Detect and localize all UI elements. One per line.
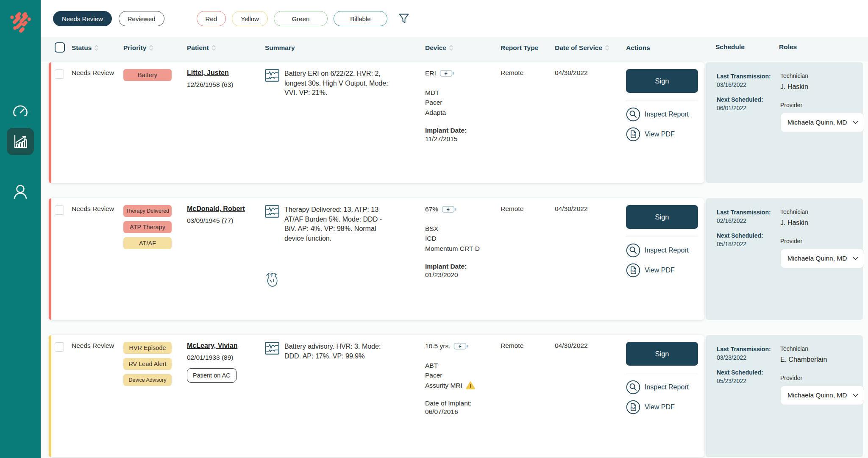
column-header-patient[interactable]: Patient — [187, 43, 265, 53]
next-scheduled-date: 05/18/2022 — [717, 240, 780, 248]
sidebar-item-dashboard[interactable] — [7, 97, 34, 125]
view-pdf-button[interactable]: PDF View PDF — [626, 127, 703, 142]
report-card: Needs Review Therapy DeliveredATP Therap… — [49, 198, 704, 320]
device-line: Momentum CRT-D — [425, 244, 501, 253]
sign-button[interactable]: Sign — [626, 342, 698, 366]
patient-name-link[interactable]: Littel, Justen — [187, 69, 229, 76]
report-type: Remote — [501, 342, 555, 457]
provider-label: Provider — [780, 102, 864, 108]
svg-text:!: ! — [470, 383, 471, 389]
column-header-roles: Roles — [779, 43, 797, 51]
provider-select[interactable]: Michaela Quinn, MD — [780, 386, 864, 405]
priority-badge: HVR Episode — [123, 342, 172, 354]
sort-icon[interactable] — [605, 44, 609, 52]
column-header-report-type: Report Type — [501, 43, 555, 53]
device-lines: ABTPacerAssurity MRI! — [425, 361, 501, 390]
row-checkbox[interactable] — [55, 342, 64, 352]
column-header-summary: Summary — [265, 43, 425, 53]
chevron-down-icon — [853, 257, 858, 261]
priority-badge: Therapy Delivered — [123, 205, 172, 217]
chevron-down-icon — [853, 121, 858, 125]
last-transmission-date: 03/23/2022 — [717, 353, 780, 362]
inspect-icon — [626, 380, 640, 394]
sidebar — [0, 0, 41, 458]
patient-name-link[interactable]: McLeary, Vivian — [187, 342, 237, 349]
analytics-icon — [11, 133, 29, 150]
filter-pill-yellow[interactable]: Yellow — [232, 11, 268, 26]
row-checkbox[interactable] — [55, 205, 64, 215]
implant-date-value: 01/23/2020 — [425, 271, 501, 279]
svg-text:PDF: PDF — [631, 133, 636, 136]
column-header-device[interactable]: Device — [425, 43, 501, 53]
date-of-service: 04/30/2022 — [555, 342, 626, 457]
last-transmission-label: Last Transmission: — [717, 72, 780, 80]
inspect-report-button[interactable]: Inspect Report — [626, 107, 703, 122]
priority-badge: Battery — [123, 69, 172, 81]
patient-dob: 02/01/1933 (89) — [187, 354, 265, 361]
filter-pill-red[interactable]: Red — [197, 11, 226, 26]
table-header: StatusPriorityPatientSummaryDeviceReport… — [41, 37, 868, 61]
view-pdf-button[interactable]: PDF View PDF — [626, 400, 703, 414]
view-pdf-label: View PDF — [645, 266, 675, 274]
provider-select[interactable]: Michaela Quinn, MD — [780, 113, 864, 132]
app-logo-icon[interactable] — [8, 8, 33, 34]
sign-button[interactable]: Sign — [626, 69, 698, 93]
inspect-report-button[interactable]: Inspect Report — [626, 243, 703, 258]
report-type: Remote — [501, 69, 555, 183]
table-row: Needs Review Therapy DeliveredATP Therap… — [49, 198, 868, 320]
pdf-icon: PDF — [626, 400, 640, 414]
device-line: ICD — [425, 233, 501, 243]
patient-note-badge[interactable]: Patient on AC — [187, 368, 236, 383]
sort-icon[interactable] — [149, 44, 153, 52]
implant-date-label: Implant Date: — [425, 263, 501, 270]
column-header-priority[interactable]: Priority — [123, 43, 187, 53]
sort-icon[interactable] — [449, 44, 453, 52]
technician-name: J. Haskin — [780, 83, 864, 91]
next-scheduled-date: 05/23/2022 — [717, 377, 780, 385]
priority-badges: HVR EpisodeRV Lead AlertDevice Advisory — [123, 342, 187, 457]
filter-pill-reviewed[interactable]: Reviewed — [119, 11, 164, 26]
implant-date-label: Date of Implant: — [425, 400, 501, 407]
column-header-schedule: Schedule — [715, 43, 779, 51]
row-checkbox[interactable] — [55, 69, 64, 79]
actions-divider — [626, 236, 698, 236]
report-list: Needs Review Battery Littel, Justen 12/2… — [41, 61, 868, 457]
column-header-date-of-service[interactable]: Date of Service — [555, 43, 626, 53]
filter-pill-billable[interactable]: Billable — [334, 11, 387, 26]
table-row: Needs Review HVR EpisodeRV Lead AlertDev… — [49, 335, 868, 457]
filter-pill-green[interactable]: Green — [274, 11, 328, 26]
date-of-service: 04/30/2022 — [555, 205, 626, 320]
inspect-report-label: Inspect Report — [645, 383, 689, 391]
column-header-status[interactable]: Status — [72, 43, 123, 53]
row-status: Needs Review — [72, 342, 123, 457]
sort-icon[interactable] — [94, 44, 99, 52]
select-all-checkbox[interactable] — [55, 42, 65, 53]
sidebar-item-profile[interactable] — [7, 178, 34, 205]
summary-text: Therapy Delivered: 13. ATP: 13 AT/AF Bur… — [284, 205, 394, 320]
sign-button[interactable]: Sign — [626, 205, 698, 229]
view-pdf-button[interactable]: PDF View PDF — [626, 263, 703, 278]
priority-badges: Battery — [123, 69, 187, 183]
provider-select[interactable]: Michaela Quinn, MD — [780, 249, 864, 268]
battery-icon — [442, 205, 457, 214]
patient-dob: 03/09/1945 (77) — [187, 217, 265, 225]
inspect-report-button[interactable]: Inspect Report — [626, 380, 703, 394]
provider-select-value: Michaela Quinn, MD — [787, 119, 847, 126]
patient-name-link[interactable]: McDonald, Robert — [187, 205, 245, 212]
battery-status: ERI — [425, 69, 436, 77]
summary-text: Battery ERI on 6/22/22. HVR: 2, longest … — [284, 69, 394, 183]
heart-icon — [265, 272, 279, 288]
sidebar-item-analytics[interactable] — [7, 128, 34, 155]
status-filter-group: Needs ReviewReviewed — [53, 11, 171, 26]
column-header-actions: Actions — [626, 43, 703, 53]
implant-date-value: 11/27/2015 — [425, 135, 501, 143]
sort-icon[interactable] — [211, 44, 216, 52]
last-transmission-date: 02/16/2022 — [717, 217, 780, 225]
filter-pill-needs-review[interactable]: Needs Review — [53, 11, 112, 26]
device-line: MDT — [425, 88, 501, 97]
last-transmission-date: 03/16/2022 — [717, 80, 780, 89]
report-type: Remote — [501, 205, 555, 320]
device-line: BSX — [425, 224, 501, 233]
gauge-icon — [11, 102, 30, 120]
filter-icon[interactable] — [398, 12, 410, 25]
